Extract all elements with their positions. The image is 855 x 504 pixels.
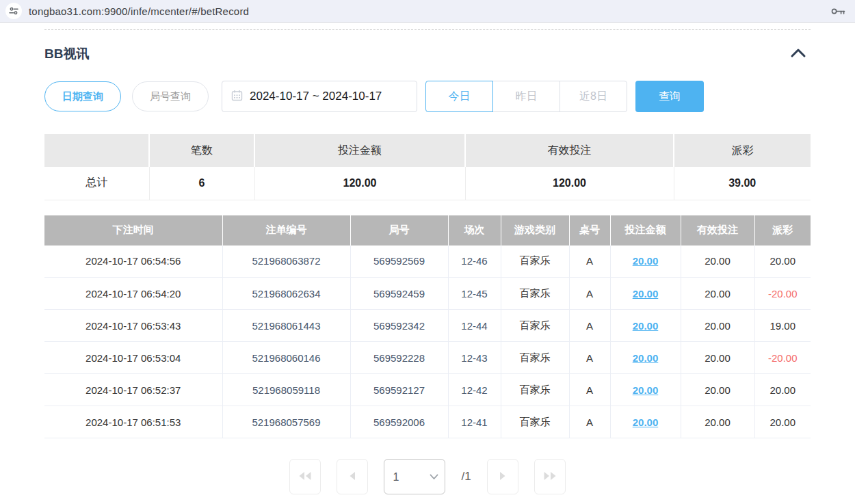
- valid-bet-cell: 20.00: [681, 342, 754, 374]
- bet-amount-link[interactable]: 20.00: [633, 352, 659, 364]
- valid-bet-cell: 20.00: [681, 278, 754, 310]
- chevron-up-icon: [790, 50, 806, 60]
- game-type-cell: 百家乐: [501, 406, 569, 438]
- arrow-right-icon: [499, 471, 507, 483]
- last-page-button[interactable]: [534, 459, 566, 494]
- summary-total-row: 总计 6 120.00 120.00 39.00: [44, 167, 811, 200]
- game-type-cell: 百家乐: [501, 278, 569, 310]
- browser-address-bar: tongbao31.com:9900/infe/mcenter/#/betRec…: [0, 0, 855, 23]
- date-range-value: 2024-10-17 ~ 2024-10-17: [250, 90, 382, 103]
- date-query-tab[interactable]: 日期查询: [44, 81, 121, 111]
- query-button[interactable]: 查询: [635, 81, 704, 112]
- calendar-icon: [231, 90, 243, 104]
- summary-header-row: 笔数 投注金额 有效投注 派彩: [44, 134, 811, 167]
- password-key-icon[interactable]: [831, 7, 845, 16]
- bet-time-cell: 2024-10-17 06:53:04: [44, 342, 222, 374]
- table-row: 2024-10-17 06:54:20521968062634569592459…: [44, 278, 811, 310]
- payout-cell: 20.00: [754, 246, 811, 278]
- table-row: 2024-10-17 06:53:04521968060146569592228…: [44, 342, 811, 374]
- yesterday-button[interactable]: 昨日: [492, 81, 560, 112]
- bet-amount-cell: 20.00: [610, 406, 681, 438]
- bet-amount-cell: 20.00: [610, 310, 681, 342]
- double-arrow-left-icon: [298, 471, 312, 483]
- bet-record-table: 下注时间 注单编号 局号 场次 游戏类别 桌号 投注金额 有效投注 派彩 202…: [44, 215, 811, 439]
- round-number-cell: 569592228: [350, 342, 448, 374]
- page-select-box: 1: [384, 459, 445, 494]
- bet-amount-link[interactable]: 20.00: [633, 320, 659, 332]
- today-button[interactable]: 今日: [425, 81, 493, 112]
- table-row: 2024-10-17 06:54:56521968063872569592569…: [44, 246, 811, 278]
- order-number-cell: 521968057569: [222, 406, 350, 438]
- bet-table-body: 2024-10-17 06:54:56521968063872569592569…: [44, 246, 811, 438]
- game-type-cell: 百家乐: [501, 246, 569, 278]
- page-title: BB视讯: [44, 45, 89, 63]
- dashed-divider: [44, 29, 811, 30]
- game-type-cell: 百家乐: [501, 342, 569, 374]
- summary-header-valid-bet: 有效投注: [465, 134, 674, 167]
- order-number-cell: 521968063872: [222, 246, 350, 278]
- collapse-panel-button[interactable]: [786, 47, 811, 62]
- bet-amount-link[interactable]: 20.00: [633, 384, 659, 396]
- bet-time-cell: 2024-10-17 06:54:56: [44, 246, 222, 278]
- valid-bet-cell: 20.00: [681, 406, 754, 438]
- prev-page-button[interactable]: [337, 459, 368, 494]
- valid-bet-cell: 20.00: [681, 246, 754, 278]
- summary-header-payout: 派彩: [674, 134, 811, 167]
- header-bet-amount: 投注金额: [610, 215, 681, 246]
- filter-toolbar: 日期查询 局号查询 2024-10-17 ~ 2024-10-17: [44, 81, 811, 112]
- pagination: 1 /1: [44, 459, 811, 494]
- last-8-days-button[interactable]: 近8日: [560, 81, 627, 112]
- bet-amount-link[interactable]: 20.00: [633, 288, 659, 300]
- table-row: 2024-10-17 06:52:37521968059118569592127…: [44, 374, 811, 406]
- payout-cell: -20.00: [754, 342, 811, 374]
- header-game-type: 游戏类别: [501, 215, 569, 246]
- table-number-cell: A: [569, 246, 610, 278]
- order-number-cell: 521968060146: [222, 342, 350, 374]
- round-number-cell: 569592459: [350, 278, 448, 310]
- address-bar-url[interactable]: tongbao31.com:9900/infe/mcenter/#/betRec…: [29, 5, 249, 17]
- page-select[interactable]: 1: [384, 460, 445, 494]
- summary-count: 6: [149, 167, 254, 200]
- header-order-number: 注单编号: [222, 215, 350, 246]
- bet-time-cell: 2024-10-17 06:51:53: [44, 406, 222, 438]
- table-number-cell: A: [569, 278, 610, 310]
- round-number-cell: 569592342: [350, 310, 448, 342]
- valid-bet-cell: 20.00: [681, 374, 754, 406]
- bet-amount-cell: 20.00: [610, 278, 681, 310]
- bet-time-cell: 2024-10-17 06:54:20: [44, 278, 222, 310]
- double-arrow-right-icon: [543, 471, 557, 483]
- session-cell: 12-46: [448, 246, 501, 278]
- date-range-picker[interactable]: 2024-10-17 ~ 2024-10-17: [222, 81, 417, 112]
- table-number-cell: A: [569, 406, 610, 438]
- panel-header: BB视讯: [44, 45, 811, 63]
- bet-record-page: BB视讯 日期查询 局号查询: [0, 23, 855, 494]
- table-number-cell: A: [569, 342, 610, 374]
- next-page-button[interactable]: [487, 459, 518, 494]
- game-type-cell: 百家乐: [501, 310, 569, 342]
- session-cell: 12-43: [448, 342, 501, 374]
- order-number-cell: 521968061443: [222, 310, 350, 342]
- summary-valid-bet: 120.00: [465, 167, 674, 200]
- summary-header-blank: [44, 134, 149, 167]
- payout-cell: 19.00: [754, 310, 811, 342]
- bet-amount-cell: 20.00: [610, 246, 681, 278]
- header-valid-bet: 有效投注: [681, 215, 754, 246]
- header-session: 场次: [448, 215, 501, 246]
- header-payout: 派彩: [754, 215, 811, 246]
- session-cell: 12-45: [448, 278, 501, 310]
- table-row: 2024-10-17 06:53:43521968061443569592342…: [44, 310, 811, 342]
- bet-amount-link[interactable]: 20.00: [633, 255, 659, 267]
- bet-amount-link[interactable]: 20.00: [633, 416, 659, 428]
- first-page-button[interactable]: [289, 459, 321, 494]
- header-table-number: 桌号: [569, 215, 610, 246]
- table-row: 2024-10-17 06:51:53521968057569569592006…: [44, 406, 811, 438]
- game-type-cell: 百家乐: [501, 374, 569, 406]
- summary-header-count: 笔数: [149, 134, 254, 167]
- round-query-tab[interactable]: 局号查询: [132, 81, 209, 111]
- header-bet-time: 下注时间: [44, 215, 222, 246]
- round-number-cell: 569592127: [350, 374, 448, 406]
- bet-time-cell: 2024-10-17 06:52:37: [44, 374, 222, 406]
- summary-payout: 39.00: [674, 167, 811, 200]
- site-settings-icon[interactable]: [5, 3, 22, 19]
- session-cell: 12-42: [448, 374, 501, 406]
